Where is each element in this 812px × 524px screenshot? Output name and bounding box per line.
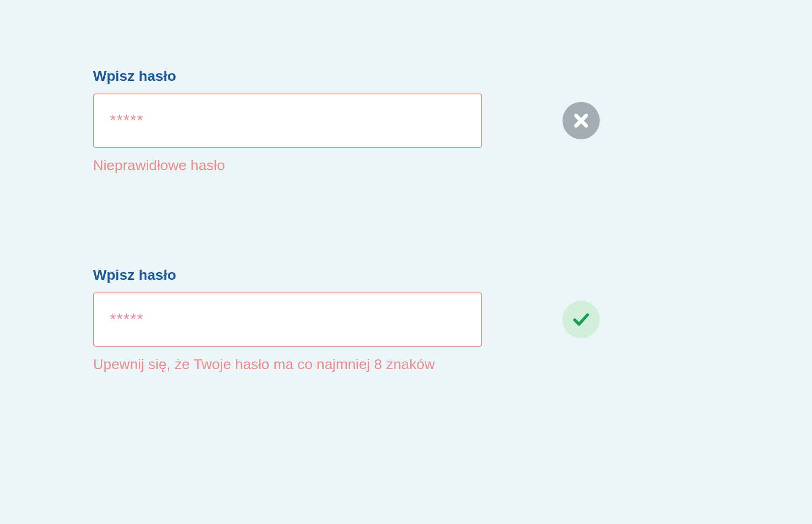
password-example-bad: Wpisz hasło Nieprawidłowe hasło bbox=[93, 68, 719, 174]
password-example-good: Wpisz hasło Upewnij się, że Twoje hasło … bbox=[93, 267, 719, 372]
field-label: Wpisz hasło bbox=[93, 68, 482, 84]
form-block: Wpisz hasło Nieprawidłowe hasło bbox=[93, 68, 482, 174]
status-badge-good bbox=[562, 301, 600, 338]
status-badge-bad bbox=[562, 102, 600, 139]
password-input[interactable] bbox=[93, 94, 482, 148]
password-input[interactable] bbox=[93, 292, 482, 347]
error-hint: Nieprawidłowe hasło bbox=[93, 157, 482, 174]
form-block: Wpisz hasło Upewnij się, że Twoje hasło … bbox=[93, 267, 482, 372]
error-hint: Upewnij się, że Twoje hasło ma co najmni… bbox=[93, 356, 482, 372]
field-label: Wpisz hasło bbox=[93, 267, 482, 283]
x-icon bbox=[573, 112, 590, 129]
check-icon bbox=[571, 309, 592, 330]
